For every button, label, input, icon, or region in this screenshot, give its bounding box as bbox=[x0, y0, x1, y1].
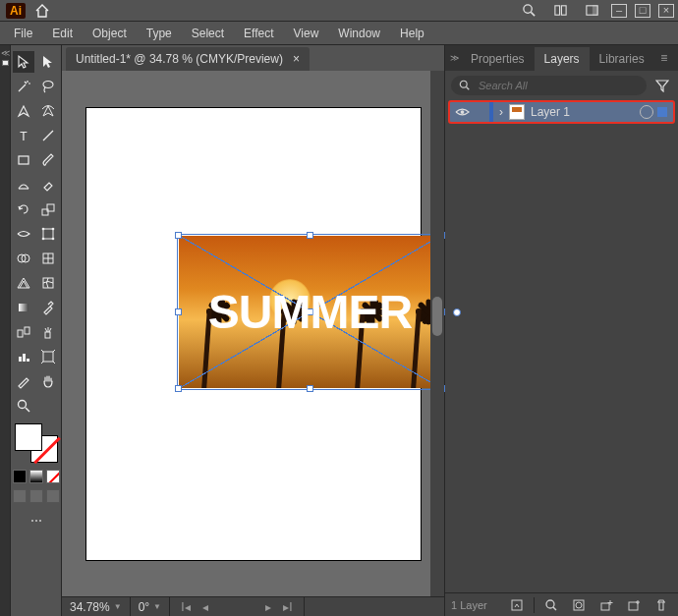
menu-edit[interactable]: Edit bbox=[42, 24, 83, 43]
layer-search-field[interactable] bbox=[451, 76, 647, 95]
curvature-tool[interactable] bbox=[37, 100, 59, 122]
svg-point-40 bbox=[546, 600, 554, 608]
document-tab-close-icon[interactable]: × bbox=[293, 52, 300, 66]
tools-panel: T bbox=[11, 45, 62, 616]
window-maximize-button[interactable]: □ bbox=[635, 4, 650, 18]
draw-inside[interactable] bbox=[46, 489, 60, 503]
home-button[interactable] bbox=[31, 0, 53, 22]
type-tool[interactable]: T bbox=[13, 125, 34, 146]
eyedropper-tool[interactable] bbox=[37, 297, 59, 318]
live-paint-bucket-tool[interactable] bbox=[37, 248, 59, 269]
document-area: Untitled-1* @ 34.78 % (CMYK/Preview) × S… bbox=[62, 45, 444, 616]
left-dock-collapsed[interactable]: ≪ bbox=[0, 45, 11, 616]
menu-effect[interactable]: Effect bbox=[234, 24, 283, 43]
hand-tool[interactable] bbox=[37, 370, 59, 392]
blend-tool[interactable] bbox=[13, 321, 34, 343]
new-layer-button[interactable] bbox=[623, 595, 645, 615]
selection-indicator[interactable] bbox=[657, 107, 667, 117]
svg-rect-25 bbox=[43, 278, 53, 288]
selected-placed-image[interactable]: SUMMER bbox=[179, 236, 441, 388]
artboard-tool[interactable] bbox=[37, 346, 59, 367]
direct-selection-tool[interactable] bbox=[37, 51, 59, 73]
target-icon[interactable] bbox=[640, 105, 653, 119]
shaper-tool[interactable] bbox=[13, 174, 34, 196]
collapse-panel-icon[interactable]: ≫ bbox=[449, 45, 461, 71]
layer-filter-button[interactable] bbox=[652, 76, 672, 95]
menubar: File Edit Object Type Select Effect View… bbox=[0, 22, 678, 45]
gradient-tool[interactable] bbox=[13, 297, 34, 318]
layer-search-input[interactable] bbox=[477, 79, 639, 92]
gradient-swatch[interactable] bbox=[29, 470, 43, 483]
layer-name[interactable]: Layer 1 bbox=[531, 105, 640, 119]
draw-normal[interactable] bbox=[13, 489, 27, 503]
pen-tool[interactable] bbox=[13, 100, 34, 122]
magic-wand-tool[interactable] bbox=[13, 76, 34, 97]
tab-libraries[interactable]: Libraries bbox=[590, 47, 654, 71]
window-close-button[interactable]: × bbox=[658, 4, 674, 18]
svg-point-43 bbox=[576, 602, 582, 608]
arrange-documents-button[interactable] bbox=[544, 0, 576, 22]
zoom-tool[interactable] bbox=[13, 395, 34, 417]
handle-middle-left[interactable] bbox=[175, 308, 182, 315]
locate-object-button[interactable] bbox=[540, 595, 562, 615]
none-swatch[interactable] bbox=[46, 470, 60, 483]
mesh-tool[interactable] bbox=[37, 272, 59, 294]
fill-swatch[interactable] bbox=[15, 423, 42, 451]
new-sublayer-button[interactable] bbox=[595, 595, 617, 615]
search-document-button[interactable] bbox=[513, 0, 544, 22]
lasso-tool[interactable] bbox=[37, 76, 59, 97]
eraser-tool[interactable] bbox=[37, 174, 59, 196]
disclose-layer-icon[interactable]: › bbox=[493, 105, 509, 119]
panel-flyout-menu-icon[interactable]: ≡ bbox=[654, 45, 674, 71]
document-tabs: Untitled-1* @ 34.78 % (CMYK/Preview) × bbox=[62, 45, 444, 71]
canvas[interactable]: SUMMER bbox=[62, 71, 444, 596]
color-swatch[interactable] bbox=[13, 470, 27, 483]
menu-select[interactable]: Select bbox=[182, 24, 234, 43]
collect-export-button[interactable] bbox=[506, 595, 528, 615]
edit-toolbar-button[interactable]: ⋯ bbox=[26, 510, 47, 532]
symbol-sprayer-tool[interactable] bbox=[37, 321, 59, 343]
menu-window[interactable]: Window bbox=[328, 24, 390, 43]
clipping-mask-button[interactable] bbox=[568, 595, 590, 615]
width-tool[interactable] bbox=[13, 223, 34, 245]
last-artboard-button[interactable]: ▸I bbox=[280, 600, 296, 614]
menu-view[interactable]: View bbox=[284, 24, 329, 43]
line-segment-tool[interactable] bbox=[37, 125, 59, 146]
menu-help[interactable]: Help bbox=[390, 24, 434, 43]
handle-top-left[interactable] bbox=[175, 232, 182, 239]
scrollbar-thumb[interactable] bbox=[432, 297, 442, 336]
selection-tool[interactable] bbox=[13, 51, 34, 73]
slice-tool[interactable] bbox=[13, 370, 34, 392]
shape-builder-tool[interactable] bbox=[13, 248, 34, 269]
free-transform-tool[interactable] bbox=[37, 223, 59, 245]
fill-stroke-control[interactable] bbox=[15, 423, 58, 463]
layer-row-1[interactable]: › Layer 1 bbox=[448, 100, 675, 124]
content-grabber[interactable] bbox=[453, 308, 461, 316]
first-artboard-button[interactable]: I◂ bbox=[178, 600, 194, 614]
vertical-scrollbar[interactable] bbox=[430, 71, 444, 596]
column-graph-tool[interactable] bbox=[13, 346, 34, 367]
next-artboard-button[interactable]: ▸ bbox=[260, 600, 276, 614]
draw-behind[interactable] bbox=[29, 489, 43, 503]
perspective-grid-tool[interactable] bbox=[13, 272, 34, 294]
menu-object[interactable]: Object bbox=[83, 24, 137, 43]
document-tab[interactable]: Untitled-1* @ 34.78 % (CMYK/Preview) × bbox=[66, 47, 310, 71]
tab-layers[interactable]: Layers bbox=[535, 47, 590, 71]
tab-properties[interactable]: Properties bbox=[461, 47, 535, 71]
handle-bottom-middle[interactable] bbox=[307, 385, 313, 392]
delete-layer-button[interactable] bbox=[650, 595, 672, 615]
window-minimize-button[interactable]: – bbox=[611, 4, 627, 18]
rotate-tool[interactable] bbox=[13, 198, 34, 220]
menu-type[interactable]: Type bbox=[137, 24, 182, 43]
zoom-level[interactable]: 34.78%▼ bbox=[62, 597, 131, 616]
rotation-value[interactable]: 0°▼ bbox=[131, 597, 170, 616]
menu-file[interactable]: File bbox=[4, 24, 42, 43]
scale-tool[interactable] bbox=[37, 198, 59, 220]
workspace-switcher-button[interactable] bbox=[576, 0, 607, 22]
rectangle-tool[interactable] bbox=[13, 149, 34, 171]
visibility-toggle-icon[interactable] bbox=[450, 106, 474, 118]
handle-bottom-left[interactable] bbox=[175, 385, 182, 392]
prev-artboard-button[interactable]: ◂ bbox=[198, 600, 213, 614]
paintbrush-tool[interactable] bbox=[37, 149, 59, 171]
handle-top-middle[interactable] bbox=[307, 232, 313, 239]
